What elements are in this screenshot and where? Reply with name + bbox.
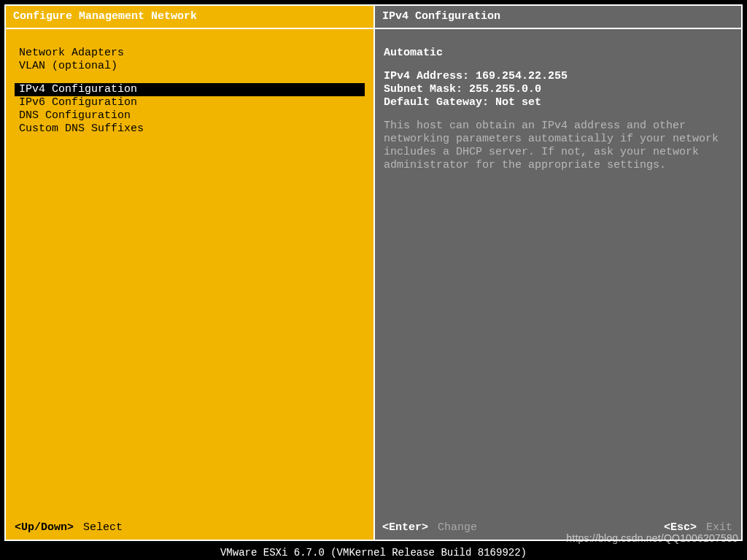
ipv4-address-value: 169.254.22.255 — [476, 70, 568, 82]
menu-group-1: Network Adapters VLAN (optional) — [15, 47, 365, 73]
hint-key-enter: <Enter> — [382, 521, 428, 534]
left-pane: Configure Management Network Network Ada… — [6, 6, 375, 540]
left-body: Network Adapters VLAN (optional) IPv4 Co… — [6, 29, 374, 540]
hint-action-change: Change — [438, 521, 477, 534]
ipv4-address-label: IPv4 Address: — [384, 70, 469, 82]
menu-ipv4-configuration[interactable]: IPv4 Configuration — [15, 83, 365, 96]
dcui-frame: Configure Management Network Network Ada… — [4, 4, 743, 541]
left-hint: <Up/Down> Select — [15, 521, 123, 534]
hint-key-updown: <Up/Down> — [15, 521, 74, 534]
left-title: Configure Management Network — [6, 6, 374, 29]
gateway-row: Default Gateway: Not set — [384, 96, 732, 109]
subnet-mask-label: Subnet Mask: — [384, 83, 462, 96]
right-pane: IPv4 Configuration Automatic IPv4 Addres… — [375, 6, 741, 540]
gateway-value: Not set — [495, 96, 541, 109]
right-body: Automatic IPv4 Address: 169.254.22.255 S… — [375, 29, 741, 540]
menu-ipv6-configuration[interactable]: IPv6 Configuration — [15, 96, 365, 109]
gateway-label: Default Gateway: — [384, 96, 489, 109]
menu-group-2: IPv4 Configuration IPv6 Configuration DN… — [15, 83, 365, 136]
right-hint-row: <Enter> Change <Esc> Exit — [382, 521, 732, 534]
subnet-mask-row: Subnet Mask: 255.255.0.0 — [384, 83, 732, 96]
menu-network-adapters[interactable]: Network Adapters — [15, 47, 365, 60]
subnet-mask-value: 255.255.0.0 — [469, 83, 541, 96]
hint-action-exit: Exit — [706, 521, 732, 534]
ipv4-help-text: This host can obtain an IPv4 address and… — [384, 120, 727, 172]
ipv4-mode: Automatic — [384, 47, 732, 60]
right-title: IPv4 Configuration — [375, 6, 741, 29]
bottom-status-bar: VMware ESXi 6.7.0 (VMKernel Release Buil… — [0, 545, 747, 560]
hint-enter: <Enter> Change — [382, 521, 477, 534]
ipv4-address-row: IPv4 Address: 169.254.22.255 — [384, 70, 732, 83]
hint-key-esc: <Esc> — [664, 521, 697, 534]
menu-vlan-optional[interactable]: VLAN (optional) — [15, 60, 365, 73]
hint-action-select: Select — [83, 521, 123, 534]
hint-esc: <Esc> Exit — [664, 521, 732, 534]
menu-custom-dns-suffixes[interactable]: Custom DNS Suffixes — [15, 122, 365, 136]
menu-dns-configuration[interactable]: DNS Configuration — [15, 109, 365, 122]
